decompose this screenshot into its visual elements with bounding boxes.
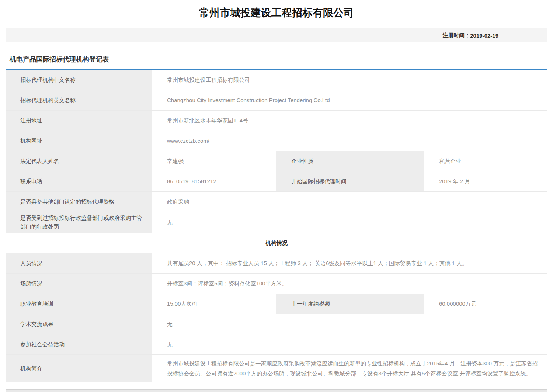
registration-table: 招标代理机构中文名称 常州市城投建设工程招标有限公司 招标代理机构英文名称 Ch… (6, 70, 547, 382)
table-row-academic-exchange: 学术交流成果 无 (6, 314, 547, 334)
row-label-2: 上一年度纳税额 (276, 294, 424, 314)
table-row-legal-rep: 法定代表人姓名 常建强 企业性质 私营企业 (6, 151, 547, 171)
row-value: 86–0519–81581212 (152, 171, 276, 191)
table-row-intro: 机构简介 常州市城投建设工程招标有限公司是一家顺应政府采购改革潮流应运而生的新型… (6, 355, 547, 382)
row-value-2: 2019 年 2 月 (424, 171, 547, 191)
row-value: 无 (152, 314, 547, 334)
table-row-personnel: 人员情况 共有雇员20 人，其中： 招标专业人员 15 人；工程师 3 人； 英… (6, 253, 547, 274)
row-label-2: 开始国际招标代理时间 (276, 171, 424, 191)
row-value: Changzhou City Investment Construction P… (152, 90, 547, 110)
table-row-en-name: 招标代理机构英文名称 Changzhou City Investment Con… (6, 90, 547, 111)
row-value: 政府采购 (152, 192, 547, 212)
table-row-address: 注册地址 常州市新北区水木年华花园1–4号 (6, 111, 547, 131)
registration-time-value: 2019-02-19 (470, 32, 498, 39)
section-header-text: 机构情况 (265, 240, 288, 247)
row-value: 常州市新北区水木年华花园1–4号 (152, 111, 547, 131)
row-value: 开标室3间；评标室5间；资料存储室100平方米。 (152, 274, 547, 294)
table-row-premises: 场所情况 开标室3间；评标室5间；资料存储室100平方米。 (6, 274, 547, 294)
row-value: 常州市城投建设工程招标有限公司 (152, 70, 547, 90)
row-label: 联系电话 (6, 171, 152, 191)
website-value: www.czctzb.com/ (152, 131, 547, 151)
row-label: 注册地址 (6, 111, 152, 131)
table-row-penalties: 是否受到过招标投标行政监督部门或政府采购主管部门的行政处罚 无 (6, 212, 547, 233)
row-value: 无 (152, 212, 547, 233)
table-row-public-welfare: 参加社会公益活动 无 (6, 334, 547, 355)
row-label: 法定代表人姓名 (6, 151, 152, 171)
table-row-other-qualifications: 是否具备其他部门认定的招标代理资格 政府采购 (6, 192, 547, 212)
row-value: 15.00人次/年 (152, 294, 276, 314)
row-label: 机构网址 (6, 131, 152, 151)
row-label: 招标代理机构中文名称 (6, 70, 152, 90)
row-value-2: 私营企业 (424, 151, 547, 171)
row-label: 职业教育培训 (6, 294, 152, 314)
registration-info-bar: 注册时间：2019-02-19 (6, 28, 547, 42)
page-title: 常州市城投建设工程招标有限公司 (0, 7, 553, 18)
table-row-cn-name: 招标代理机构中文名称 常州市城投建设工程招标有限公司 (6, 70, 547, 90)
table-row-phone: 联系电话 86–0519–81581212 开始国际招标代理时间 2019 年 … (6, 171, 547, 192)
row-value: 无 (152, 334, 547, 354)
row-label: 招标代理机构英文名称 (6, 90, 152, 110)
row-value: 共有雇员20 人，其中： 招标专业人员 15 人；工程师 3 人； 英语6级及同… (152, 253, 547, 273)
section-title: 机电产品国际招标代理机构登记表 (6, 55, 547, 70)
row-label: 场所情况 (6, 274, 152, 294)
row-value: 常建强 (152, 151, 276, 171)
registration-time-label: 注册时间： (442, 32, 470, 39)
row-value-2: 60.000000万元 (424, 294, 547, 314)
row-label: 参加社会公益活动 (6, 334, 152, 354)
table-row-website: 机构网址 www.czctzb.com/ (6, 131, 547, 151)
row-label: 是否具备其他部门认定的招标代理资格 (6, 192, 152, 212)
table-row-training-tax: 职业教育培训 15.00人次/年 上一年度纳税额 60.000000万元 (6, 294, 547, 314)
footer-bar (6, 389, 547, 392)
row-label: 是否受到过招标投标行政监督部门或政府采购主管部门的行政处罚 (6, 212, 152, 233)
row-label: 学术交流成果 (6, 314, 152, 334)
section-header-row: 机构情况 (6, 233, 547, 253)
row-label: 人员情况 (6, 253, 152, 273)
intro-paragraph: 常州市城投建设工程招标有限公司是一家顺应政府采购改革潮流应运而生的新型的专业性招… (152, 355, 547, 382)
row-label: 机构简介 (6, 355, 152, 382)
row-label-2: 企业性质 (276, 151, 424, 171)
